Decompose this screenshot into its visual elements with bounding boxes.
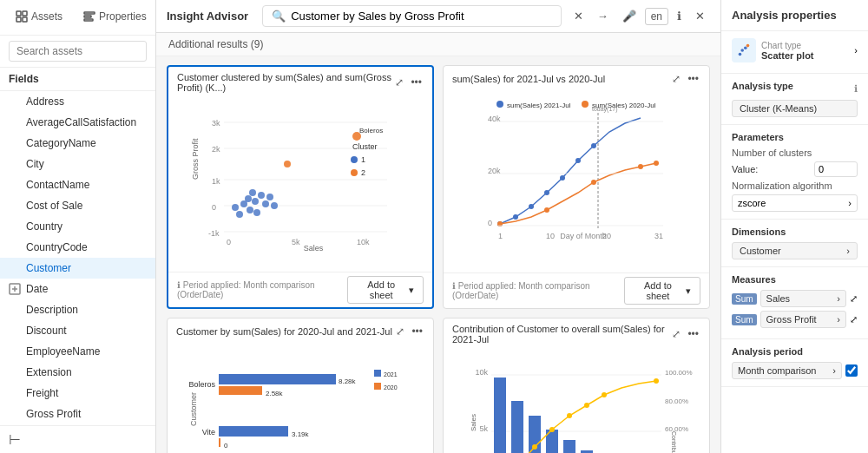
close-button[interactable]: ✕ [690, 6, 710, 26]
cluster-value-input[interactable] [814, 161, 858, 177]
sidebar-field-item-date[interactable]: Date [0, 279, 155, 299]
period-checkbox[interactable] [845, 364, 858, 377]
chart3-expand-button[interactable]: ⤢ [394, 324, 406, 339]
chart1-menu-button[interactable]: ••• [409, 75, 424, 90]
svg-point-70 [560, 175, 565, 181]
sidebar-field-item-discount[interactable]: Discount [0, 320, 155, 341]
sidebar-field-item-contactname[interactable]: ContactName [0, 174, 155, 195]
chart3-menu-button[interactable]: ••• [410, 324, 424, 339]
svg-point-52 [496, 101, 503, 108]
period-selector[interactable]: Month comparison › [732, 362, 842, 379]
sidebar-field-item-city[interactable]: City [0, 154, 155, 174]
topbar-actions: ✕ → 🎤 en ℹ ✕ [569, 6, 710, 26]
analysis-type-info-icon[interactable]: ℹ [854, 83, 858, 95]
chart-card-3[interactable]: Customer by sum(Sales) for 2020-Jul and … [167, 318, 434, 453]
svg-text:10k: 10k [475, 368, 488, 377]
measure2-expand-button[interactable]: ⤢ [850, 314, 858, 325]
tab-properties[interactable]: Properties [76, 7, 154, 28]
navigate-button[interactable]: → [592, 6, 614, 26]
sidebar-field-item-cost-of-sale[interactable]: Cost of Sale [0, 195, 155, 216]
mic-button[interactable]: 🎤 [617, 6, 641, 26]
svg-point-33 [236, 211, 243, 218]
chart2-actions: ⤢ ••• [670, 71, 700, 87]
chart1-expand-button[interactable]: ⤢ [393, 75, 405, 90]
chart3-body: Customer Boleros Vite Stephanies 8.28k 2 [168, 345, 433, 453]
svg-point-75 [591, 180, 596, 185]
svg-text:5k: 5k [292, 238, 300, 246]
sidebar-field-item-averagecallsatisfaction[interactable]: AverageCallSatisfaction [0, 112, 155, 133]
svg-rect-85 [219, 374, 336, 384]
svg-point-135 [739, 53, 742, 56]
chart4-actions: ⤢ ••• [670, 326, 700, 342]
chart2-add-to-sheet-button[interactable]: Add to sheet ▾ [624, 277, 700, 305]
chart-card-4[interactable]: Contribution of Customer to overall sum(… [443, 318, 710, 453]
analysis-type-selector[interactable]: Cluster (K-Means) [732, 100, 858, 117]
sidebar-field-item-extension[interactable]: Extension [0, 362, 155, 383]
svg-point-48 [351, 156, 358, 163]
parameters-section: Parameters Number of clusters Value: Nor… [721, 125, 868, 220]
chart3-actions: ⤢ ••• [394, 324, 424, 339]
chart-type-item: Chart type Scatter plot › [732, 38, 858, 62]
search-assets-input[interactable] [9, 41, 147, 62]
measure2-selector[interactable]: Gross Profit › [760, 311, 846, 328]
chart2-menu-button[interactable]: ••• [686, 71, 700, 87]
chart4-menu-button[interactable]: ••• [686, 326, 700, 342]
chart2-title: sum(Sales) for 2021-Jul vs 2020-Jul [452, 74, 670, 84]
svg-text:1: 1 [361, 155, 365, 164]
svg-text:sum(Sales) 2021-Jul: sum(Sales) 2021-Jul [507, 102, 571, 109]
svg-rect-4 [84, 12, 95, 14]
svg-point-50 [351, 169, 358, 176]
svg-rect-89 [219, 438, 220, 447]
sidebar-field-item-gross-profit[interactable]: Gross Profit [0, 404, 155, 424]
svg-point-138 [746, 44, 750, 48]
svg-point-74 [544, 207, 549, 213]
scatter-plot-icon [732, 38, 756, 62]
chart1-actions: ⤢ ••• [393, 75, 424, 90]
search-input[interactable] [291, 10, 552, 23]
svg-rect-2 [16, 17, 21, 22]
svg-point-130 [602, 392, 607, 397]
results-header: Additional results (9) [156, 33, 720, 56]
svg-text:Sales: Sales [304, 244, 324, 253]
sidebar-field-item-categoryname[interactable]: CategoryName [0, 133, 155, 154]
chart2-period-label: ℹ Period applied: Month comparison (Orde… [452, 281, 624, 300]
help-button[interactable]: ℹ [672, 6, 687, 26]
analysis-period-section: Analysis period Month comparison › [721, 339, 868, 387]
measure1-expand-button[interactable]: ⤢ [850, 293, 858, 305]
fields-list: AddressAverageCallSatisfactionCategoryNa… [0, 91, 155, 425]
sidebar-field-item-description[interactable]: Description [0, 299, 155, 320]
collapse-sidebar-button[interactable]: ⊢ [9, 431, 21, 448]
sidebar-tabs: Assets Properties [0, 0, 155, 36]
sidebar-field-item-country[interactable]: Country [0, 216, 155, 237]
language-button[interactable]: en [645, 8, 668, 25]
sidebar-field-item-freight[interactable]: Freight [0, 383, 155, 404]
svg-point-34 [247, 207, 253, 213]
fields-section-header: Fields [0, 68, 155, 91]
chart2-body: sum(Sales) 2021-Jul sum(Sales) 2020-Jul … [444, 92, 709, 272]
measure1-selector[interactable]: Sales › [760, 290, 846, 307]
svg-text:Day of Month: Day of Month [560, 232, 607, 240]
sidebar-field-item-customer[interactable]: Customer [0, 258, 155, 279]
chart-card-1[interactable]: Customer clustered by sum(Sales) and sum… [167, 65, 434, 309]
svg-text:10: 10 [546, 232, 555, 240]
svg-text:1: 1 [498, 232, 503, 240]
normalization-algorithm-select[interactable]: zscore › [732, 194, 858, 212]
chart1-add-to-sheet-button[interactable]: Add to sheet ▾ [347, 276, 424, 304]
chart-type-edit-button[interactable]: › [854, 45, 858, 56]
svg-point-137 [744, 47, 747, 50]
chart4-expand-button[interactable]: ⤢ [670, 326, 682, 342]
svg-text:20k: 20k [488, 167, 501, 175]
customer-dimension-tag[interactable]: Customer › [732, 242, 858, 259]
svg-point-126 [532, 444, 537, 450]
clear-search-button[interactable]: ✕ [569, 6, 589, 26]
chart2-expand-button[interactable]: ⤢ [670, 71, 682, 87]
sidebar-field-item-employeename[interactable]: EmployeeName [0, 341, 155, 362]
tab-assets[interactable]: Assets [9, 7, 69, 28]
sidebar-field-item-address[interactable]: Address [0, 91, 155, 112]
chart-card-2[interactable]: sum(Sales) for 2021-Jul vs 2020-Jul ⤢ ••… [443, 65, 710, 309]
svg-text:Boleros: Boleros [359, 127, 383, 135]
sidebar-field-item-countrycode[interactable]: CountryCode [0, 237, 155, 258]
sidebar-bottom: ⊢ [0, 425, 155, 453]
measure1-row: Sum Sales › ⤢ [732, 290, 858, 307]
svg-rect-0 [16, 11, 21, 16]
